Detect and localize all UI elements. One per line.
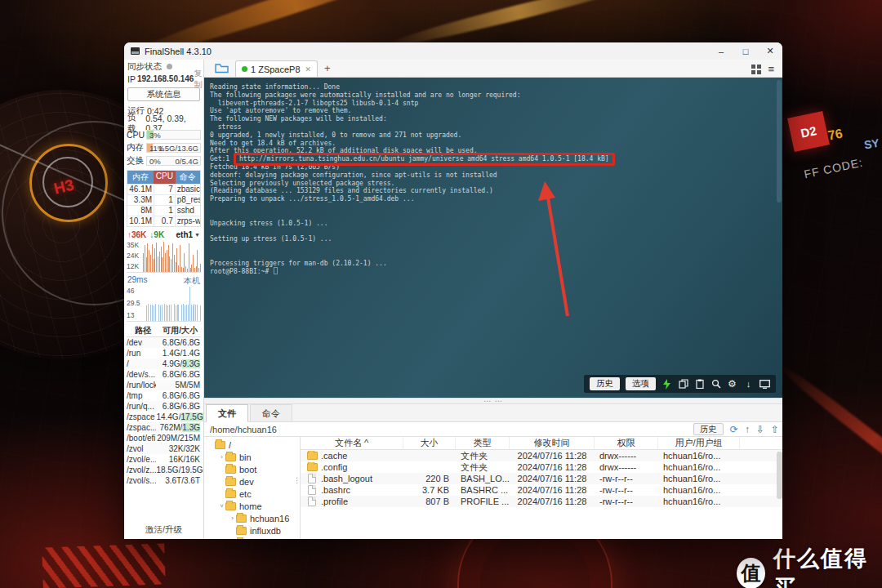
- parent-dir-icon[interactable]: ↑: [745, 425, 750, 434]
- app-icon: [131, 47, 140, 55]
- current-path[interactable]: /home/hchuan16: [210, 425, 277, 434]
- power-bolt-icon[interactable]: [662, 379, 672, 390]
- file-col-header[interactable]: 大小: [403, 437, 456, 449]
- tree-expander-icon[interactable]: ›: [229, 514, 236, 522]
- disk-size-header[interactable]: 可用/大小: [159, 325, 201, 336]
- tab-close-icon[interactable]: ✕: [305, 65, 312, 74]
- terminal-line: Processing triggers for man-db (2.10.2-1…: [210, 260, 771, 268]
- new-tab-button[interactable]: +: [324, 62, 331, 74]
- tree-item-etc[interactable]: etc: [204, 488, 300, 500]
- interface-selector[interactable]: eth1 ▼: [176, 230, 201, 239]
- ping-chart: 46 29.5 13: [127, 286, 201, 322]
- terminal-line: Get:1 http://mirrors.tuna.tsinghua.edu.c…: [210, 155, 771, 163]
- tree-item-bin[interactable]: ›bin: [204, 451, 300, 463]
- wallpaper-sy-label: SY: [863, 136, 880, 152]
- tree-item-root[interactable]: /: [204, 439, 300, 451]
- disk-row: /zspace14.4G/17.5G: [127, 412, 201, 422]
- connections-folder-button[interactable]: [211, 60, 232, 76]
- folder-icon: [225, 502, 236, 510]
- disk-table: 路径 可用/大小 /dev6.8G/6.8G/run1.4G/1.4G/4.9G…: [127, 325, 201, 486]
- copy-icon[interactable]: [678, 379, 688, 390]
- network-chart: 35K 24K 12K: [127, 240, 201, 273]
- disk-row: /zvol32K/32K: [127, 443, 201, 454]
- process-col-header[interactable]: 命令: [176, 171, 200, 184]
- tab-commands[interactable]: 命令: [250, 404, 292, 421]
- paste-icon[interactable]: [694, 379, 705, 390]
- disk-row: /zvol/z...18.5G/19.5G: [127, 465, 201, 475]
- layout-grid-icon[interactable]: [751, 65, 761, 74]
- tree-item-dev[interactable]: dev: [204, 475, 300, 488]
- cpu-label: CPU: [127, 130, 146, 140]
- process-row[interactable]: 8M1sshd: [127, 205, 200, 216]
- terminal-line: Need to get 18.4 kB of archives.: [210, 140, 771, 148]
- file-row-.bash_logout[interactable]: .bash_logout220 BBASH_LO...2024/07/16 11…: [301, 473, 782, 484]
- file-list-scrollbar[interactable]: [777, 452, 782, 499]
- terminal-scrollbar[interactable]: [777, 80, 782, 203]
- maximize-button[interactable]: □: [733, 42, 758, 60]
- tree-item-zspace[interactable]: zspace: [204, 537, 300, 539]
- path-history-button[interactable]: 历史: [693, 423, 724, 435]
- search-icon[interactable]: [710, 379, 721, 390]
- terminal-line: [210, 252, 771, 260]
- system-info-button[interactable]: 系统信息: [127, 87, 200, 101]
- process-col-header[interactable]: 内存: [127, 171, 154, 184]
- activate-upgrade-link[interactable]: 激活/升级: [124, 524, 203, 536]
- download-arrow-icon[interactable]: ↓: [743, 379, 754, 390]
- folder-icon: [307, 463, 318, 471]
- folder-icon: [225, 490, 236, 498]
- ip-label: IP: [127, 74, 136, 84]
- ip-address: 192.168.50.146: [137, 74, 194, 83]
- tree-expander-icon[interactable]: ˅: [218, 502, 225, 510]
- process-row[interactable]: 10.1M0.7zrps-wo: [127, 216, 200, 226]
- refresh-icon[interactable]: ⟳: [730, 425, 738, 434]
- ping-host-label: 本机: [184, 275, 200, 285]
- disk-row: /dev/s...6.8G/6.8G: [127, 369, 201, 380]
- terminal[interactable]: Reading state information... DoneThe fol…: [204, 78, 782, 398]
- process-col-header[interactable]: CPU: [154, 171, 176, 184]
- title-bar[interactable]: FinalShell 4.3.10 – □ ✕: [124, 42, 782, 60]
- process-row[interactable]: 46.1M7zbasic: [127, 184, 200, 194]
- process-row[interactable]: 3.3M1p8_rese: [127, 194, 200, 205]
- tab-files[interactable]: 文件: [206, 404, 248, 421]
- file-row-.profile[interactable]: .profile807 BPROFILE ...2024/07/16 11:28…: [301, 496, 782, 507]
- file-row-.bashrc[interactable]: .bashrc3.7 KBBASHRC ...2024/07/16 11:28-…: [301, 484, 782, 496]
- gear-icon[interactable]: ⚙: [727, 379, 737, 390]
- file-row-.cache[interactable]: .cache文件夹2024/07/16 11:28drwx------hchua…: [301, 450, 782, 461]
- disk-path-header[interactable]: 路径: [127, 325, 159, 336]
- copy-ip-button[interactable]: 复制: [194, 68, 202, 91]
- terminal-output: Reading state information... DoneThe fol…: [210, 83, 771, 275]
- terminal-line: [210, 203, 771, 212]
- minimize-button[interactable]: –: [709, 42, 733, 60]
- upload-icon[interactable]: ⇧: [771, 425, 779, 434]
- panel-splitter[interactable]: ⋯ ⋯: [204, 398, 782, 404]
- terminal-line: Setting up stress (1.0.5-1) ...: [210, 235, 771, 243]
- disk-row: /dev6.8G/6.8G: [127, 337, 201, 348]
- process-table: 内存CPU命令 46.1M7zbasic3.3M1p8_rese8M1sshd1…: [127, 170, 201, 227]
- tree-resize-handle[interactable]: ⋮: [293, 479, 301, 482]
- terminal-line: Preparing to unpack .../stress_1.0.5-1_a…: [210, 195, 771, 203]
- connected-dot: [242, 66, 247, 72]
- file-col-header[interactable]: 权限: [595, 437, 658, 449]
- terminal-line: [210, 212, 771, 220]
- tree-item-home[interactable]: ˅home: [204, 500, 300, 512]
- options-button[interactable]: 选项: [626, 377, 656, 390]
- tree-item-boot[interactable]: boot: [204, 463, 300, 475]
- close-button[interactable]: ✕: [758, 42, 782, 60]
- disk-row: /run/lock5M/5M: [127, 380, 201, 390]
- tree-expander-icon[interactable]: ›: [218, 453, 225, 461]
- file-row-.config[interactable]: .config文件夹2024/07/16 11:28drwx------hchu…: [301, 461, 782, 473]
- file-col-header[interactable]: 文件名 ^: [301, 437, 403, 449]
- file-col-header[interactable]: 修改时间: [510, 437, 595, 449]
- download-icon[interactable]: ⇩: [756, 425, 764, 434]
- file-icon: [308, 474, 316, 483]
- menu-icon[interactable]: ≡: [768, 65, 774, 74]
- file-col-header[interactable]: 类型: [456, 437, 510, 449]
- file-col-header[interactable]: 用户/用户组: [658, 437, 740, 449]
- tree-item-influxdb[interactable]: influxdb: [204, 524, 300, 537]
- tree-item-hchuan16[interactable]: ›hchuan16: [204, 512, 300, 524]
- monitor-icon[interactable]: [760, 379, 770, 390]
- terminal-line: Reading state information... Done: [210, 83, 771, 91]
- disk-row: /zvol/e...16K/16K: [127, 454, 201, 465]
- history-button[interactable]: 历史: [590, 377, 620, 390]
- tab-zspacep8[interactable]: 1 ZSpaceP8 ✕: [235, 60, 318, 77]
